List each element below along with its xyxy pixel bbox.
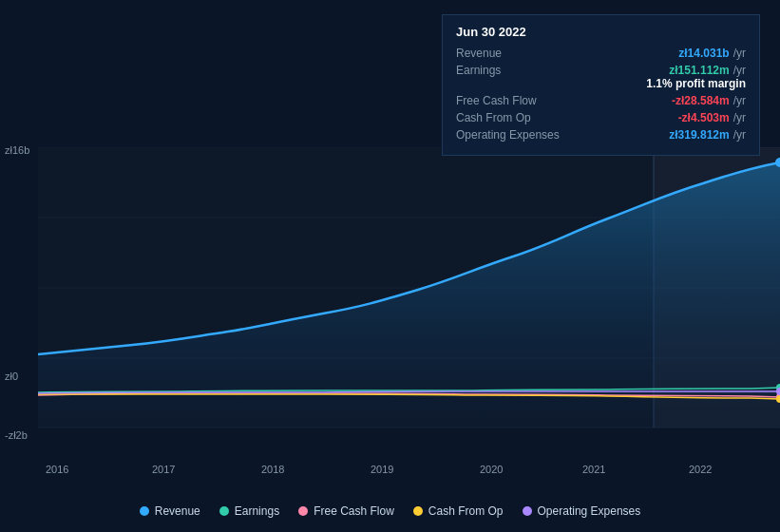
legend-label-earnings: Earnings bbox=[235, 504, 279, 518]
legend-dot-opex bbox=[523, 506, 532, 516]
tooltip-unit-opex: /yr bbox=[733, 128, 746, 142]
legend-dot-cashop bbox=[413, 506, 423, 516]
tooltip-value-cashop: -zł4.503m bbox=[678, 111, 730, 124]
tooltip-unit-revenue: /yr bbox=[733, 47, 746, 60]
tooltip-unit-fcf: /yr bbox=[733, 94, 746, 107]
tooltip-row-opex: Operating Expenses zł319.812m /yr bbox=[456, 128, 746, 142]
legend-item-cashop[interactable]: Cash From Op bbox=[413, 504, 504, 518]
chart-legend: Revenue Earnings Free Cash Flow Cash Fro… bbox=[0, 504, 780, 518]
legend-item-fcf[interactable]: Free Cash Flow bbox=[298, 504, 394, 518]
tooltip-row-revenue: Revenue zł14.031b /yr bbox=[456, 47, 746, 60]
tooltip-profit-margin: 1.1% profit margin bbox=[646, 77, 746, 90]
tooltip-earnings-block: zł151.112m /yr 1.1% profit margin bbox=[646, 64, 746, 90]
tooltip-row-earnings: Earnings zł151.112m /yr 1.1% profit marg… bbox=[456, 64, 746, 90]
chart-background bbox=[38, 147, 780, 480]
chart-container: zł16b zł0 -zł2b 2016 2017 2018 2019 2020… bbox=[0, 0, 780, 532]
x-axis-2018: 2018 bbox=[261, 464, 284, 475]
legend-label-fcf: Free Cash Flow bbox=[314, 504, 394, 518]
y-axis-label-zero: zł0 bbox=[5, 370, 18, 382]
chart-tooltip: Jun 30 2022 Revenue zł14.031b /yr Earnin… bbox=[442, 14, 760, 156]
tooltip-value-opex: zł319.812m bbox=[669, 128, 729, 142]
x-axis-2019: 2019 bbox=[371, 464, 393, 475]
y-axis-label-bottom: -zł2b bbox=[5, 429, 28, 441]
x-axis-2017: 2017 bbox=[152, 464, 175, 475]
y-axis-label-top: zł16b bbox=[5, 144, 29, 156]
legend-dot-revenue bbox=[140, 506, 149, 516]
tooltip-value-fcf: -zł28.584m bbox=[672, 94, 730, 107]
legend-label-cashop: Cash From Op bbox=[428, 504, 504, 518]
tooltip-value-earnings: zł151.112m bbox=[669, 64, 729, 77]
tooltip-value-revenue: zł14.031b bbox=[678, 47, 729, 60]
tooltip-title: Jun 30 2022 bbox=[456, 25, 746, 39]
x-axis-2016: 2016 bbox=[46, 464, 68, 475]
legend-dot-earnings bbox=[219, 506, 229, 516]
tooltip-row-fcf: Free Cash Flow -zł28.584m /yr bbox=[456, 94, 746, 107]
tooltip-label-revenue: Revenue bbox=[456, 47, 570, 60]
tooltip-label-opex: Operating Expenses bbox=[456, 128, 570, 142]
legend-label-revenue: Revenue bbox=[155, 504, 200, 518]
tooltip-unit-cashop: /yr bbox=[733, 111, 746, 124]
legend-item-revenue[interactable]: Revenue bbox=[140, 504, 200, 518]
tooltip-unit-earnings: /yr bbox=[733, 64, 746, 77]
x-axis-2021: 2021 bbox=[582, 464, 605, 475]
tooltip-label-fcf: Free Cash Flow bbox=[456, 94, 570, 107]
x-axis-2020: 2020 bbox=[480, 464, 503, 475]
legend-item-earnings[interactable]: Earnings bbox=[219, 504, 279, 518]
legend-dot-fcf bbox=[298, 506, 308, 516]
legend-item-opex[interactable]: Operating Expenses bbox=[523, 504, 641, 518]
tooltip-row-cashop: Cash From Op -zł4.503m /yr bbox=[456, 111, 746, 124]
legend-label-opex: Operating Expenses bbox=[538, 504, 641, 518]
tooltip-label-cashop: Cash From Op bbox=[456, 111, 570, 124]
x-axis-2022: 2022 bbox=[689, 464, 712, 475]
tooltip-label-earnings: Earnings bbox=[456, 64, 570, 77]
